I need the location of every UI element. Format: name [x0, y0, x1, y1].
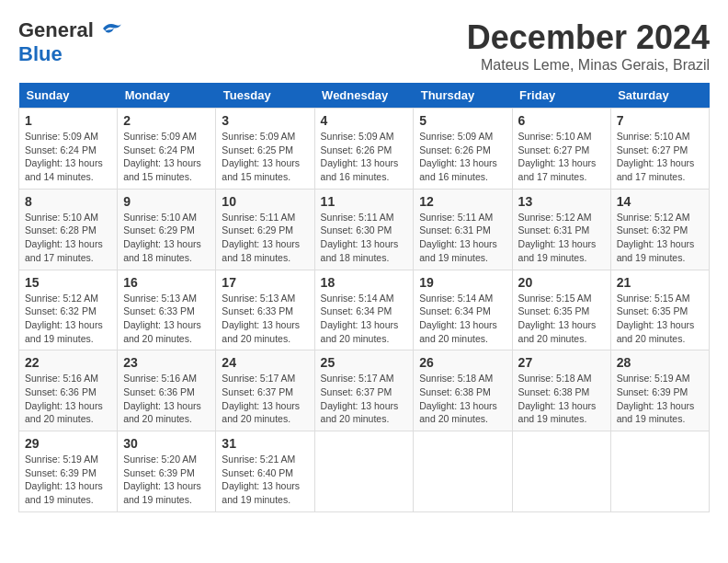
daylight-label: Daylight: 13 hours [321, 400, 399, 411]
daylight-minutes: and 20 minutes. [123, 333, 192, 344]
day-info: Sunrise: 5:18 AM Sunset: 6:38 PM Dayligh… [419, 372, 506, 426]
calendar-cell: 5 Sunrise: 5:09 AM Sunset: 6:26 PM Dayli… [414, 109, 512, 190]
daylight-minutes: and 14 minutes. [25, 171, 94, 182]
sunset-label: Sunset: 6:24 PM [25, 144, 97, 155]
daylight-minutes: and 20 minutes. [617, 333, 686, 344]
daylight-minutes: and 16 minutes. [419, 171, 488, 182]
daylight-label: Daylight: 13 hours [222, 400, 300, 411]
sunrise-label: Sunrise: 5:15 AM [518, 293, 592, 304]
sunset-label: Sunset: 6:33 PM [222, 305, 293, 316]
day-info: Sunrise: 5:10 AM Sunset: 6:27 PM Dayligh… [617, 130, 703, 184]
calendar-cell: 25 Sunrise: 5:17 AM Sunset: 6:37 PM Dayl… [314, 350, 414, 431]
day-info: Sunrise: 5:18 AM Sunset: 6:38 PM Dayligh… [518, 372, 605, 426]
title-area: December 2024 Mateus Leme, Minas Gerais,… [467, 18, 710, 74]
weekday-header-row: SundayMondayTuesdayWednesdayThursdayFrid… [19, 83, 710, 109]
weekday-header-monday: Monday [118, 83, 216, 109]
sunset-label: Sunset: 6:34 PM [419, 305, 491, 316]
weekday-header-thursday: Thursday [414, 83, 512, 109]
calendar-cell: 8 Sunrise: 5:10 AM Sunset: 6:28 PM Dayli… [19, 189, 118, 270]
sunset-label: Sunset: 6:36 PM [123, 386, 195, 397]
daylight-minutes: and 20 minutes. [321, 413, 390, 424]
daylight-label: Daylight: 13 hours [518, 238, 597, 249]
sunset-label: Sunset: 6:26 PM [321, 144, 392, 155]
daylight-minutes: and 20 minutes. [123, 413, 192, 424]
sunrise-label: Sunrise: 5:09 AM [123, 131, 197, 142]
month-title: December 2024 [467, 18, 710, 57]
day-number: 30 [123, 436, 210, 451]
sunrise-label: Sunrise: 5:14 AM [419, 293, 493, 304]
daylight-minutes: and 20 minutes. [321, 333, 390, 344]
day-info: Sunrise: 5:20 AM Sunset: 6:39 PM Dayligh… [123, 453, 210, 507]
sunset-label: Sunset: 6:27 PM [518, 144, 590, 155]
daylight-minutes: and 16 minutes. [321, 171, 390, 182]
daylight-label: Daylight: 13 hours [222, 480, 300, 491]
sunrise-label: Sunrise: 5:16 AM [25, 373, 98, 384]
day-number: 2 [123, 113, 210, 128]
sunrise-label: Sunrise: 5:14 AM [321, 293, 394, 304]
day-info: Sunrise: 5:14 AM Sunset: 6:34 PM Dayligh… [419, 292, 506, 346]
sunrise-label: Sunrise: 5:19 AM [617, 373, 690, 384]
daylight-minutes: and 19 minutes. [518, 252, 587, 263]
calendar-cell: 10 Sunrise: 5:11 AM Sunset: 6:29 PM Dayl… [216, 189, 314, 270]
calendar-cell: 16 Sunrise: 5:13 AM Sunset: 6:33 PM Dayl… [118, 270, 216, 350]
sunrise-label: Sunrise: 5:18 AM [518, 373, 592, 384]
day-number: 24 [222, 355, 308, 370]
daylight-minutes: and 19 minutes. [419, 252, 488, 263]
daylight-minutes: and 17 minutes. [617, 171, 686, 182]
daylight-minutes: and 19 minutes. [617, 252, 686, 263]
daylight-label: Daylight: 13 hours [222, 319, 300, 330]
calendar-cell: 30 Sunrise: 5:20 AM Sunset: 6:39 PM Dayl… [118, 431, 216, 512]
daylight-label: Daylight: 13 hours [25, 400, 103, 411]
calendar-cell: 15 Sunrise: 5:12 AM Sunset: 6:32 PM Dayl… [19, 270, 118, 350]
daylight-label: Daylight: 13 hours [419, 319, 497, 330]
calendar-cell: 6 Sunrise: 5:10 AM Sunset: 6:27 PM Dayli… [512, 109, 610, 190]
day-number: 19 [419, 275, 506, 290]
sunrise-label: Sunrise: 5:17 AM [321, 373, 394, 384]
calendar-week-row: 15 Sunrise: 5:12 AM Sunset: 6:32 PM Dayl… [19, 270, 710, 350]
day-number: 22 [25, 355, 111, 370]
sunset-label: Sunset: 6:39 PM [25, 467, 97, 478]
calendar-cell: 31 Sunrise: 5:21 AM Sunset: 6:40 PM Dayl… [216, 431, 314, 512]
sunset-label: Sunset: 6:36 PM [25, 386, 97, 397]
day-number: 27 [518, 355, 605, 370]
calendar-cell [414, 431, 512, 512]
sunset-label: Sunset: 6:35 PM [617, 305, 688, 316]
day-number: 11 [321, 194, 408, 209]
sunset-label: Sunset: 6:38 PM [518, 386, 590, 397]
sunset-label: Sunset: 6:27 PM [617, 144, 688, 155]
sunset-label: Sunset: 6:26 PM [419, 144, 491, 155]
daylight-minutes: and 20 minutes. [419, 413, 488, 424]
daylight-label: Daylight: 13 hours [617, 400, 695, 411]
calendar-table: SundayMondayTuesdayWednesdayThursdayFrid… [18, 83, 710, 512]
daylight-minutes: and 18 minutes. [222, 252, 290, 263]
daylight-minutes: and 20 minutes. [222, 413, 290, 424]
day-info: Sunrise: 5:17 AM Sunset: 6:37 PM Dayligh… [321, 372, 408, 426]
daylight-minutes: and 19 minutes. [518, 413, 587, 424]
calendar-week-row: 8 Sunrise: 5:10 AM Sunset: 6:28 PM Dayli… [19, 189, 710, 270]
day-number: 20 [518, 275, 605, 290]
day-info: Sunrise: 5:14 AM Sunset: 6:34 PM Dayligh… [321, 292, 408, 346]
day-info: Sunrise: 5:12 AM Sunset: 6:32 PM Dayligh… [25, 292, 111, 346]
sunrise-label: Sunrise: 5:10 AM [617, 131, 690, 142]
sunrise-label: Sunrise: 5:11 AM [222, 212, 295, 223]
daylight-label: Daylight: 13 hours [617, 238, 695, 249]
day-info: Sunrise: 5:16 AM Sunset: 6:36 PM Dayligh… [123, 372, 210, 426]
daylight-label: Daylight: 13 hours [617, 157, 695, 168]
day-info: Sunrise: 5:19 AM Sunset: 6:39 PM Dayligh… [617, 372, 703, 426]
sunrise-label: Sunrise: 5:21 AM [222, 454, 295, 465]
sunrise-label: Sunrise: 5:13 AM [222, 293, 295, 304]
sunrise-label: Sunrise: 5:09 AM [25, 131, 98, 142]
daylight-minutes: and 17 minutes. [25, 252, 94, 263]
day-info: Sunrise: 5:09 AM Sunset: 6:24 PM Dayligh… [25, 130, 111, 184]
sunset-label: Sunset: 6:35 PM [518, 305, 590, 316]
sunset-label: Sunset: 6:32 PM [25, 305, 97, 316]
daylight-minutes: and 15 minutes. [222, 171, 290, 182]
day-number: 15 [25, 275, 111, 290]
calendar-cell: 7 Sunrise: 5:10 AM Sunset: 6:27 PM Dayli… [610, 109, 709, 190]
daylight-minutes: and 19 minutes. [123, 494, 192, 505]
calendar-cell: 11 Sunrise: 5:11 AM Sunset: 6:30 PM Dayl… [314, 189, 414, 270]
sunset-label: Sunset: 6:32 PM [617, 224, 688, 236]
day-number: 23 [123, 355, 210, 370]
day-info: Sunrise: 5:09 AM Sunset: 6:24 PM Dayligh… [123, 130, 210, 184]
day-number: 26 [419, 355, 506, 370]
